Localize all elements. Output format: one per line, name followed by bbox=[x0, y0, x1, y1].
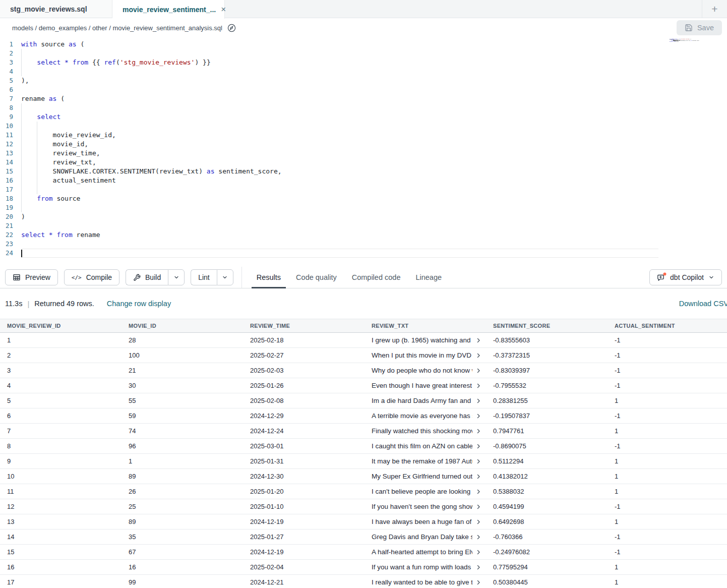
expand-cell-icon[interactable] bbox=[472, 413, 481, 419]
table-cell: 67 bbox=[122, 548, 243, 556]
code-line[interactable]: 12 movie_id, bbox=[0, 140, 727, 149]
review-text-cell: Even though I have great interest in Bi… bbox=[365, 382, 486, 389]
lint-button[interactable]: Lint bbox=[191, 269, 217, 285]
code-line[interactable]: 16 actual_sentiment bbox=[0, 176, 727, 185]
code-line[interactable]: 7rename as ( bbox=[0, 94, 727, 103]
line-code: with source as ( bbox=[21, 40, 727, 49]
expand-cell-icon[interactable] bbox=[472, 337, 481, 343]
review-text-cell: My Super Ex Girlfriend turned out to b… bbox=[365, 473, 486, 480]
expand-cell-icon[interactable] bbox=[472, 428, 481, 434]
indent-guide bbox=[21, 185, 22, 194]
build-label: Build bbox=[145, 273, 161, 281]
table-cell: 14 bbox=[0, 533, 122, 541]
compile-button[interactable]: </> Compile bbox=[64, 269, 119, 285]
tab-results[interactable]: Results bbox=[249, 267, 288, 288]
expand-cell-icon[interactable] bbox=[472, 458, 481, 464]
preview-button[interactable]: Preview bbox=[5, 269, 58, 285]
expand-cell-icon[interactable] bbox=[472, 534, 481, 540]
table-cell: 2025-02-18 bbox=[243, 336, 365, 344]
lint-dropdown-button[interactable] bbox=[217, 269, 233, 285]
save-button[interactable]: Save bbox=[677, 20, 722, 35]
expand-cell-icon[interactable] bbox=[472, 398, 481, 404]
preview-label: Preview bbox=[25, 273, 50, 281]
review-text-cell: It may be the remake of 1987 Autumn'… bbox=[365, 457, 486, 465]
dbt-copilot-button[interactable]: dbt Copilot bbox=[649, 269, 722, 285]
column-header: MOVIE_REVIEW_ID bbox=[0, 323, 122, 329]
review-text-cell: When I put this movie in my DVD playe… bbox=[365, 351, 486, 359]
table-cell: 16 bbox=[0, 563, 122, 571]
tab-lineage[interactable]: Lineage bbox=[408, 267, 449, 288]
review-text-cell: Why do people who do not know what… bbox=[365, 367, 486, 374]
code-line[interactable]: 15 SNOWFLAKE.CORTEX.SENTIMENT(review_txt… bbox=[0, 167, 727, 176]
code-line[interactable]: 22select * from rename bbox=[0, 230, 727, 240]
line-code: movie_review_id, bbox=[21, 131, 727, 140]
expand-cell-icon[interactable] bbox=[472, 383, 481, 389]
code-line[interactable]: 18 from source bbox=[0, 194, 727, 203]
table-cell: 10 bbox=[0, 473, 122, 480]
change-row-display-link[interactable]: Change row display bbox=[107, 300, 171, 308]
lint-button-group: Lint bbox=[191, 269, 233, 285]
expand-cell-icon[interactable] bbox=[472, 579, 481, 585]
code-line[interactable]: 11 movie_review_id, bbox=[0, 131, 727, 140]
download-csv-link[interactable]: Download CSV bbox=[679, 300, 727, 308]
code-line[interactable]: 19 bbox=[0, 203, 727, 212]
code-line[interactable]: 1with source as ( bbox=[0, 40, 727, 49]
file-tab-movie-review-sentiment[interactable]: movie_review_sentiment_... × bbox=[112, 0, 225, 19]
build-button[interactable]: Build bbox=[126, 269, 168, 285]
table-cell: 0.4594199 bbox=[486, 503, 608, 510]
code-line[interactable]: 13 review_time, bbox=[0, 149, 727, 158]
code-line[interactable]: 5), bbox=[0, 76, 727, 85]
expand-cell-icon[interactable] bbox=[472, 443, 481, 449]
code-line[interactable]: 17 bbox=[0, 185, 727, 194]
review-text-cell: If you haven't seen the gong show TV s… bbox=[365, 503, 486, 510]
line-code: from source bbox=[21, 194, 727, 203]
expand-cell-icon[interactable] bbox=[472, 352, 481, 359]
code-line[interactable]: 21 bbox=[0, 221, 727, 230]
table-cell: 7 bbox=[0, 427, 122, 435]
tab-compiled-code[interactable]: Compiled code bbox=[344, 267, 408, 288]
table-cell: 89 bbox=[122, 518, 243, 525]
indent-guide bbox=[37, 149, 37, 158]
code-line[interactable]: 23 bbox=[0, 240, 727, 249]
file-tab-stg-movie-reviews[interactable]: stg_movie_reviews.sql bbox=[0, 0, 112, 18]
code-line[interactable]: 24 bbox=[0, 249, 727, 258]
close-tab-icon[interactable]: × bbox=[221, 5, 226, 15]
new-tab-zone: + bbox=[702, 0, 727, 18]
tab-code-quality[interactable]: Code quality bbox=[288, 267, 344, 288]
line-code: SNOWFLAKE.CORTEX.SENTIMENT(review_txt) a… bbox=[21, 167, 727, 176]
code-line[interactable]: 6 bbox=[0, 85, 727, 94]
file-tab-bar: stg_movie_reviews.sql movie_review_senti… bbox=[0, 0, 727, 18]
table-cell: 8 bbox=[0, 442, 122, 450]
rows-returned-text: Returned 49 rows. bbox=[34, 300, 94, 308]
expand-cell-icon[interactable] bbox=[472, 489, 481, 495]
expand-cell-icon[interactable] bbox=[472, 549, 481, 555]
indent-guide bbox=[37, 122, 37, 131]
code-line[interactable]: 10 bbox=[0, 122, 727, 131]
tab-label: Code quality bbox=[296, 273, 337, 281]
expand-cell-icon[interactable] bbox=[472, 564, 481, 570]
code-line[interactable]: 20) bbox=[0, 212, 727, 221]
tab-label: Results bbox=[257, 273, 281, 281]
code-line[interactable]: 4 bbox=[0, 67, 727, 76]
code-line[interactable]: 2 bbox=[0, 49, 727, 58]
code-line[interactable]: 8 bbox=[0, 103, 727, 112]
code-line[interactable]: 9 select bbox=[0, 112, 727, 122]
table-cell: 2024-12-24 bbox=[243, 427, 365, 435]
expand-cell-icon[interactable] bbox=[472, 519, 481, 525]
indent-guide bbox=[21, 167, 22, 176]
chevron-down-icon bbox=[708, 274, 714, 280]
expand-cell-icon[interactable] bbox=[472, 504, 481, 510]
results-table-body: 1282025-02-18I grew up (b. 1965) watchin… bbox=[0, 333, 727, 588]
code-editor[interactable]: 1with source as (23 select * from {{ ref… bbox=[0, 37, 727, 267]
line-code: select * from {{ ref('stg_movie_reviews'… bbox=[21, 58, 727, 67]
tab-label: Lineage bbox=[415, 273, 442, 281]
code-line[interactable]: 3 select * from {{ ref('stg_movie_review… bbox=[0, 58, 727, 67]
expand-cell-icon[interactable] bbox=[472, 474, 481, 480]
expand-cell-icon[interactable] bbox=[472, 368, 481, 374]
new-tab-button[interactable]: + bbox=[702, 1, 727, 18]
code-line[interactable]: 14 review_txt, bbox=[0, 158, 727, 167]
line-number: 3 bbox=[0, 58, 21, 67]
indent-guide bbox=[21, 203, 22, 212]
build-dropdown-button[interactable] bbox=[168, 269, 185, 285]
table-row: 14352025-01-27Greg Davis and Bryan Daly … bbox=[0, 530, 727, 545]
